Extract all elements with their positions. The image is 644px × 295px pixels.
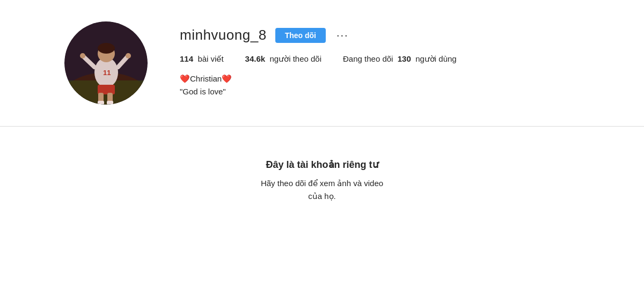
subtitle-line2: của họ. [308, 191, 336, 201]
followers-label: người theo dõi [269, 54, 321, 63]
private-account-subtitle: Hãy theo dõi để xem ảnh và video của họ. [261, 177, 383, 203]
posts-count: 114 [180, 54, 193, 63]
following-count: 130 [398, 54, 411, 63]
username-row: minhvuong_8 Theo dõi ··· [180, 27, 601, 43]
stats-row: 114 bài viết 34.6k người theo dõi Đang t… [180, 54, 601, 64]
posts-label: bài viết [197, 54, 223, 63]
bio-line2: "God is love" [180, 85, 601, 98]
following-suffix: người dùng [415, 54, 457, 63]
following-prefix: Đang theo dõi [343, 54, 393, 63]
posts-stat: 114 bài viết [180, 54, 224, 64]
follow-button[interactable]: Theo dõi [275, 28, 326, 43]
more-options-button[interactable]: ··· [334, 29, 351, 41]
followers-stat: 34.6k người theo dõi [245, 54, 321, 64]
private-account-section: Đây là tài khoản riêng tư Hãy theo dõi đ… [0, 127, 644, 235]
subtitle-line1: Hãy theo dõi để xem ảnh và video [261, 179, 383, 188]
svg-rect-17 [64, 21, 148, 105]
bio: ❤️Christian❤️ "God is love" [180, 72, 601, 98]
profile-section: 11 [0, 0, 644, 127]
bio-line1: ❤️Christian❤️ [180, 72, 601, 85]
following-stat: Đang theo dõi 130 người dùng [343, 54, 457, 64]
profile-info: minhvuong_8 Theo dõi ··· 114 bài viết 34… [180, 21, 601, 98]
avatar-container: 11 [64, 21, 148, 105]
followers-count: 34.6k [245, 54, 266, 63]
username: minhvuong_8 [180, 27, 267, 43]
private-account-title: Đây là tài khoản riêng tư [266, 159, 378, 171]
